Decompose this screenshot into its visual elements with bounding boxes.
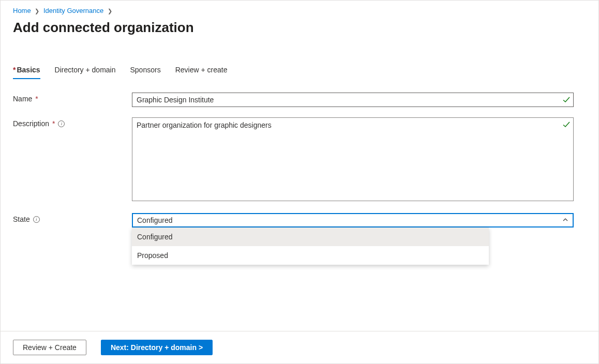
state-dropdown-wrap: Configured Configured Proposed: [132, 213, 574, 228]
content-area: Home ❯ Identity Governance ❯ Add connect…: [1, 1, 598, 331]
chevron-right-icon: ❯: [33, 8, 41, 14]
tab-sponsors[interactable]: Sponsors: [130, 65, 161, 79]
page-container: Home ❯ Identity Governance ❯ Add connect…: [0, 0, 599, 364]
label-text: Name: [13, 95, 32, 103]
breadcrumb-home[interactable]: Home: [13, 7, 31, 14]
dropdown-option-configured[interactable]: Configured: [132, 228, 489, 246]
tab-label: Basics: [17, 66, 40, 74]
label-text: State: [13, 215, 30, 223]
required-asterisk: *: [13, 66, 16, 74]
tab-label: Directory + domain: [55, 66, 116, 74]
description-input[interactable]: [132, 117, 574, 201]
breadcrumb: Home ❯ Identity Governance ❯: [13, 5, 594, 19]
tab-label: Review + create: [175, 66, 228, 74]
dropdown-option-proposed[interactable]: Proposed: [132, 246, 489, 265]
page-title: Add connected organization: [13, 20, 594, 36]
tabs: *Basics Directory + domain Sponsors Revi…: [13, 65, 594, 79]
tab-directory-domain[interactable]: Directory + domain: [55, 65, 116, 79]
name-label: Name *: [13, 93, 132, 103]
state-dropdown-list: Configured Proposed: [132, 228, 489, 265]
info-icon[interactable]: i: [58, 120, 65, 127]
state-label: State i: [13, 213, 132, 223]
review-create-button[interactable]: Review + Create: [13, 340, 86, 355]
form-row-description: Description * i: [13, 117, 594, 203]
tab-review-create[interactable]: Review + create: [175, 65, 228, 79]
required-asterisk: *: [35, 95, 38, 103]
next-button[interactable]: Next: Directory + domain >: [101, 340, 213, 355]
form-row-state: State i Configured Configured Proposed: [13, 213, 594, 228]
info-icon[interactable]: i: [33, 216, 40, 223]
label-text: Description: [13, 119, 49, 128]
chevron-right-icon: ❯: [106, 8, 114, 14]
form-row-name: Name *: [13, 93, 594, 107]
name-input[interactable]: [132, 93, 574, 107]
name-input-wrap: [132, 93, 574, 107]
description-input-wrap: [132, 117, 574, 203]
required-asterisk: *: [52, 119, 55, 128]
dropdown-value: Configured: [137, 216, 173, 224]
state-dropdown[interactable]: Configured: [132, 213, 574, 228]
breadcrumb-identity-governance[interactable]: Identity Governance: [43, 7, 103, 14]
footer: Review + Create Next: Directory + domain…: [1, 331, 598, 363]
tab-basics[interactable]: *Basics: [13, 65, 40, 79]
chevron-up-icon: [562, 216, 568, 224]
description-label: Description * i: [13, 117, 132, 128]
tab-label: Sponsors: [130, 66, 161, 74]
